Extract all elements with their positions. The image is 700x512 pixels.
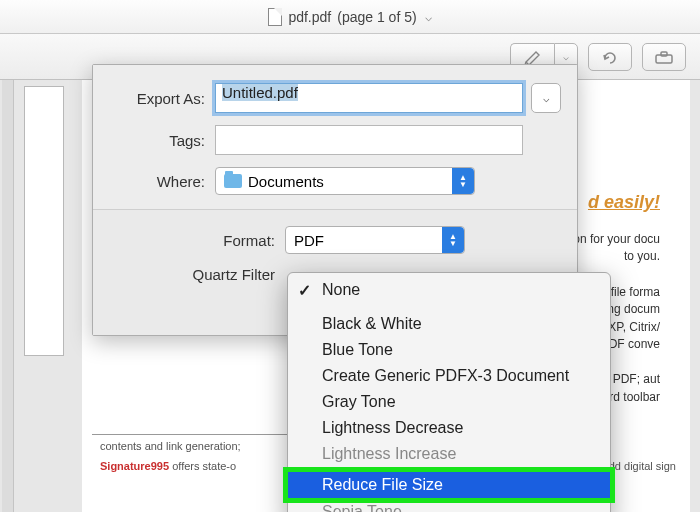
menu-item-reduce-file-size[interactable]: Reduce File Size — [288, 472, 610, 498]
export-as-input[interactable]: Untitled.pdf — [215, 83, 523, 113]
chevron-down-icon: ⌵ — [543, 92, 550, 105]
quartz-filter-label: Quartz Filter — [109, 266, 285, 283]
document-page-info: (page 1 of 5) — [337, 9, 416, 25]
menu-item-blue-tone[interactable]: Blue Tone — [288, 337, 610, 363]
expand-save-panel-button[interactable]: ⌵ — [531, 83, 561, 113]
window-titlebar: pdf.pdf (page 1 of 5) ⌵ — [0, 0, 700, 34]
menu-item-lightness-decrease[interactable]: Lightness Decrease — [288, 415, 610, 441]
tutorial-highlight: Reduce File Size — [283, 467, 615, 503]
tags-input[interactable] — [215, 125, 523, 155]
scrollbar-vertical[interactable] — [2, 80, 14, 512]
doc-text-fragment: dd digital sign — [609, 460, 676, 472]
menu-separator — [288, 303, 610, 311]
format-value: PDF — [294, 232, 324, 249]
doc-text-fragment: offers state-o — [169, 460, 236, 472]
doc-signature-label: Signature995 — [100, 460, 169, 472]
select-arrows-icon: ▲▼ — [452, 168, 474, 194]
where-select[interactable]: Documents ▲▼ — [215, 167, 475, 195]
format-select[interactable]: PDF ▲▼ — [285, 226, 465, 254]
svg-rect-1 — [661, 52, 667, 56]
menu-item-none[interactable]: ✓ None — [288, 277, 610, 303]
doc-footer-text: contents and link generation; — [100, 440, 241, 452]
export-as-label: Export As: — [109, 90, 215, 107]
markup-toolbar-button[interactable] — [642, 43, 686, 71]
chevron-down-icon: ⌵ — [425, 10, 432, 24]
select-arrows-icon: ▲▼ — [442, 227, 464, 253]
rotate-icon — [601, 48, 619, 66]
document-filename: pdf.pdf — [288, 9, 331, 25]
format-label: Format: — [109, 232, 285, 249]
where-value: Documents — [248, 173, 324, 190]
pencil-icon — [524, 50, 542, 64]
chevron-down-icon: ⌵ — [563, 51, 569, 62]
tags-label: Tags: — [109, 132, 215, 149]
document-title-group[interactable]: pdf.pdf (page 1 of 5) ⌵ — [268, 8, 431, 26]
thumbnail-sidebar — [16, 80, 72, 512]
document-icon — [268, 8, 282, 26]
rotate-button[interactable] — [588, 43, 632, 71]
where-label: Where: — [109, 173, 215, 190]
export-as-value: Untitled.pdf — [222, 84, 298, 101]
checkmark-icon: ✓ — [298, 281, 311, 300]
folder-icon — [224, 174, 242, 188]
menu-item-black-white[interactable]: Black & White — [288, 311, 610, 337]
menu-item-lightness-increase[interactable]: Lightness Increase — [288, 441, 610, 467]
toolbox-icon — [654, 50, 674, 64]
menu-item-sepia-tone[interactable]: Sepia Tone — [288, 503, 610, 512]
menu-item-pdfx3[interactable]: Create Generic PDFX-3 Document — [288, 363, 610, 389]
page-thumbnail[interactable] — [24, 86, 64, 356]
quartz-filter-menu: ✓ None Black & White Blue Tone Create Ge… — [287, 272, 611, 512]
menu-item-gray-tone[interactable]: Gray Tone — [288, 389, 610, 415]
